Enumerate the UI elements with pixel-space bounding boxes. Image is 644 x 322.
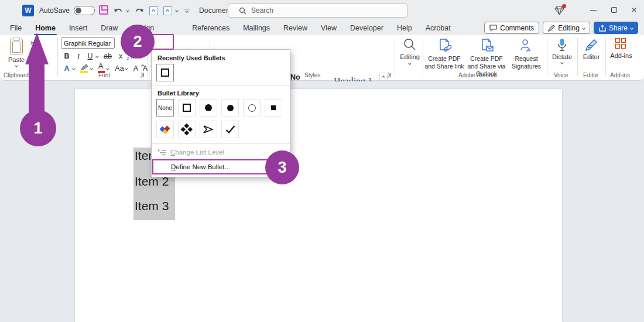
tab-draw[interactable]: Draw	[100, 21, 119, 35]
tab-mailings[interactable]: Mailings	[242, 21, 271, 35]
dictate-label: Dictate	[552, 53, 572, 60]
autosave-toggle[interactable]	[74, 6, 95, 15]
dictate-button[interactable]: Dictate	[549, 38, 575, 64]
chevron-down-icon	[72, 67, 76, 70]
undo-button[interactable]	[112, 4, 124, 17]
search-icon	[239, 7, 246, 15]
separator	[152, 85, 290, 86]
strikethrough-button[interactable]: ab	[103, 50, 112, 62]
four-diamonds-bullet-icon	[181, 124, 192, 135]
close-button[interactable]: ✕	[624, 0, 644, 20]
microphone-icon	[556, 38, 568, 53]
document-page[interactable]: Item 1 Item 2 Item 3	[75, 89, 562, 322]
redo-button[interactable]	[133, 4, 145, 17]
bullet-option-checkmark[interactable]	[221, 121, 239, 138]
notification-dot	[562, 4, 566, 8]
chevron-down-icon	[15, 64, 18, 67]
bold-icon: B	[62, 50, 71, 62]
save-icon[interactable]	[99, 5, 108, 15]
tab-review[interactable]: Review	[282, 21, 309, 35]
tab-acrobat[interactable]: Acrobat	[424, 21, 452, 35]
bullet-option-four-diamonds[interactable]	[178, 121, 196, 138]
scroll-up-icon	[382, 76, 385, 79]
format-dropdown[interactable]	[173, 4, 180, 17]
hollow-square-bullet-icon	[161, 68, 169, 77]
voice-group-label: Voice	[554, 72, 568, 78]
styles-dialog-launcher-icon[interactable]	[386, 73, 391, 77]
addins-label: Add-ins	[610, 52, 632, 59]
highlight-pen-icon	[80, 64, 89, 74]
create-pdf-share-link-button[interactable]: Create PDF and Share link	[424, 38, 465, 70]
bullet-library-header: Bullet Library	[157, 90, 199, 97]
undo-icon	[114, 6, 123, 15]
pdf-outlook-icon	[479, 38, 494, 53]
chevron-down-icon	[106, 67, 109, 70]
paste-clipboard-icon	[10, 39, 23, 54]
customize-qat-button[interactable]	[183, 4, 191, 17]
grammarly-gem-icon[interactable]	[554, 5, 565, 16]
maximize-icon	[611, 7, 617, 13]
request-signatures-button[interactable]: Request Signatures	[508, 38, 544, 70]
comments-button[interactable]: Comments	[484, 22, 539, 34]
change-case-button[interactable]: Aa	[115, 63, 128, 74]
bullet-option-none[interactable]: None	[156, 99, 174, 117]
chevron-down-icon	[95, 54, 99, 58]
font-dialog-launcher-icon[interactable]	[139, 73, 144, 77]
minimize-button[interactable]	[583, 0, 603, 20]
tab-insert[interactable]: Insert	[68, 21, 88, 35]
create-pdf-share-link-label: Create PDF and Share link	[424, 55, 465, 70]
chevron-down-icon	[126, 9, 129, 12]
underline-button[interactable]: U	[85, 50, 98, 62]
group-divider	[395, 37, 395, 76]
document-line[interactable]: Item 3	[135, 199, 169, 213]
recently-used-header: Recently Used Bullets	[157, 54, 225, 61]
maximize-button[interactable]	[604, 0, 624, 20]
group-divider	[605, 37, 606, 76]
italic-icon: I	[74, 50, 83, 62]
minimize-icon	[590, 10, 597, 11]
bullet-option-hollow-square[interactable]	[178, 99, 196, 117]
checkmark-bullet-icon	[225, 125, 235, 133]
find-icon	[403, 38, 416, 51]
editing-menu-button[interactable]: Editing	[397, 38, 423, 64]
bold-button[interactable]: B	[62, 50, 71, 62]
share-icon	[599, 25, 606, 32]
document-area: Item 1 Item 2 Item 3	[0, 81, 644, 322]
chevron-down-icon	[125, 67, 128, 70]
pencil-icon	[548, 25, 555, 32]
editor-button[interactable]: Editor	[580, 38, 603, 60]
bullet-option-color-leaf[interactable]	[156, 121, 174, 138]
comment-icon	[489, 25, 497, 32]
tab-references[interactable]: References	[191, 21, 231, 35]
font-group-label: Font	[98, 72, 110, 78]
step3-badge: 3	[265, 150, 299, 184]
tab-view[interactable]: View	[320, 21, 338, 35]
editing-mode-button[interactable]: Editing	[543, 22, 590, 34]
search-input[interactable]: Search	[228, 4, 407, 18]
paste-button[interactable]: Paste	[5, 37, 28, 71]
filled-circle-bullet-icon	[227, 105, 234, 111]
bullet-option-arrowhead[interactable]	[200, 121, 217, 138]
font-name-combobox[interactable]: Graphik Regular	[61, 37, 115, 49]
bullet-option-small-square[interactable]	[265, 99, 282, 117]
redo-icon	[135, 6, 144, 15]
tab-file[interactable]: File	[9, 21, 23, 35]
highlight-button[interactable]	[80, 63, 93, 74]
addins-button[interactable]: Add-ins	[608, 38, 635, 59]
bullet-option-filled-circle[interactable]	[200, 99, 217, 117]
tab-developer[interactable]: Developer	[349, 21, 385, 35]
bullet-option-recent-square[interactable]	[156, 64, 174, 81]
undo-dropdown[interactable]	[124, 4, 131, 17]
format-object-alt-button[interactable]: A	[162, 4, 173, 17]
bullet-option-filled-circle-2[interactable]	[221, 99, 239, 117]
ribbon: Paste ✂ Clipboard Graphik Regular B I U …	[0, 35, 644, 81]
editing-mode-label: Editing	[558, 24, 580, 32]
text-effects-button[interactable]: A	[62, 63, 75, 74]
tab-help[interactable]: Help	[396, 21, 413, 35]
italic-button[interactable]: I	[74, 50, 83, 62]
share-button[interactable]: Share	[594, 22, 638, 34]
arrowhead-bullet-icon	[203, 125, 214, 133]
bullet-option-hollow-circle[interactable]	[243, 99, 261, 117]
format-object-button[interactable]: A	[148, 4, 159, 17]
color-leaf-bullet-icon	[160, 124, 170, 135]
